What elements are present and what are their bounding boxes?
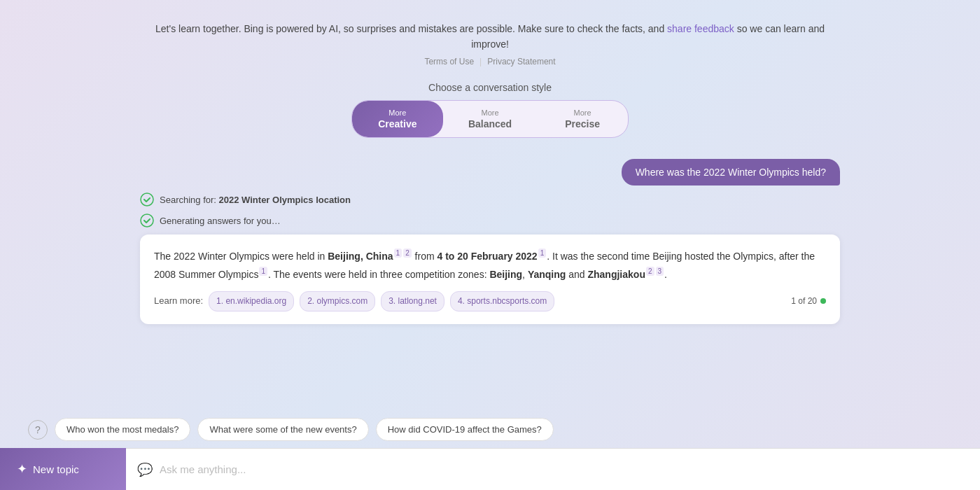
suggestions-icon: ? [28, 420, 48, 440]
chat-area: Where was the 2022 Winter Olympics held?… [140, 159, 840, 418]
source-link-1[interactable]: 1. en.wikipedia.org [209, 291, 294, 311]
bottom-bar: ✦ New topic 💬 [0, 448, 980, 490]
ai-response-text: The 2022 Winter Olympics were held in Be… [154, 247, 826, 283]
intro-text: Let's learn together. Bing is powered by… [140, 21, 840, 52]
svg-point-1 [141, 214, 153, 227]
style-label: Choose a conversation style [428, 82, 552, 93]
style-btn-precise[interactable]: More Precise [537, 101, 628, 137]
generating-status: Generating answers for you… [140, 214, 840, 227]
conversation-style-selector: Choose a conversation style More Creativ… [351, 82, 629, 138]
new-topic-button[interactable]: ✦ New topic [0, 448, 126, 490]
style-btn-balanced[interactable]: More Balanced [443, 101, 537, 137]
check-icon-generate [140, 214, 154, 227]
share-feedback-link[interactable]: share feedback [667, 23, 734, 34]
suggestions-row: ? Who won the most medals? What were som… [0, 418, 980, 441]
green-dot [820, 298, 826, 304]
source-link-2[interactable]: 2. olympics.com [300, 291, 375, 311]
style-btn-creative[interactable]: More Creative [352, 101, 443, 137]
source-link-4[interactable]: 4. sports.nbcsports.com [450, 291, 554, 311]
suggestion-chip-3[interactable]: How did COVID-19 affect the Games? [376, 418, 554, 441]
page-indicator: 1 of 20 [791, 294, 826, 308]
source-link-3[interactable]: 3. latlong.net [381, 291, 444, 311]
learn-more-row: Learn more: 1. en.wikipedia.org 2. olymp… [154, 291, 826, 311]
ai-response-box: The 2022 Winter Olympics were held in Be… [140, 234, 840, 323]
new-topic-icon: ✦ [17, 461, 27, 477]
privacy-link[interactable]: Privacy Statement [487, 57, 555, 66]
chat-input[interactable] [160, 463, 969, 475]
search-status: Searching for: 2022 Winter Olympics loca… [140, 192, 840, 206]
svg-point-0 [141, 193, 153, 206]
user-message: Where was the 2022 Winter Olympics held? [622, 159, 840, 186]
chat-input-icon: 💬 [137, 462, 153, 477]
terms-link[interactable]: Terms of Use [424, 57, 474, 66]
check-icon-search [140, 192, 154, 206]
input-bar: 💬 [126, 448, 980, 490]
suggestion-chip-1[interactable]: Who won the most medals? [55, 418, 190, 441]
style-buttons-group: More Creative More Balanced More Precise [351, 100, 629, 138]
suggestion-chip-2[interactable]: What were some of the new events? [197, 418, 368, 441]
legal-links: Terms of Use | Privacy Statement [424, 57, 555, 66]
